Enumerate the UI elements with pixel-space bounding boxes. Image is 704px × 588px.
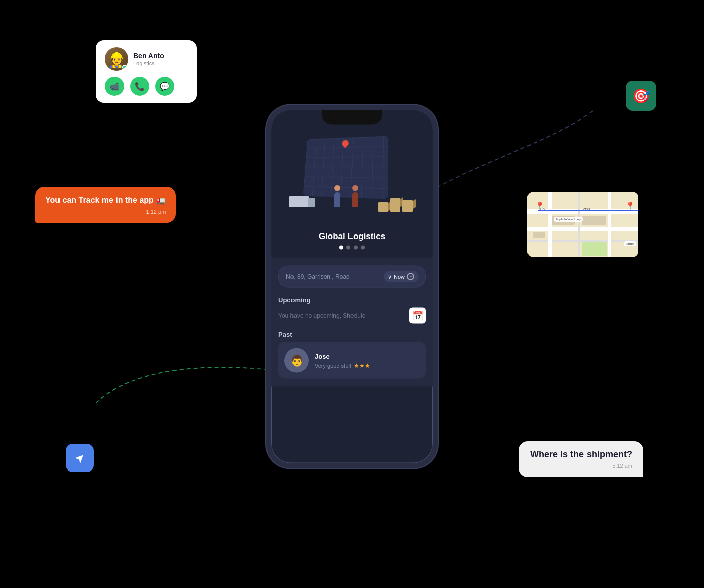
map-background: 📍 📍 Apple Infinite Loop Target 85 280 [527, 192, 638, 257]
contact-avatar: 👷 [105, 47, 128, 71]
iso-figure-1 [334, 185, 340, 207]
now-badge[interactable]: ∨ Now [384, 271, 418, 282]
contact-actions: 📹 📞 💬 [105, 77, 188, 96]
road-v3 [608, 192, 611, 257]
figure-head-1 [334, 185, 340, 191]
iso-figure-2 [352, 185, 358, 207]
chevron-down-icon: ∨ [388, 273, 392, 280]
past-avatar: 👨 [284, 348, 309, 373]
phone-content: Global Logistics No, 89, Garrison , Road… [271, 110, 433, 463]
past-info: Jose Very good stuff ★★★ [315, 352, 420, 369]
contact-name: Ben Anto [133, 52, 164, 60]
video-call-button[interactable]: 📹 [105, 77, 124, 96]
dot-4[interactable] [361, 246, 365, 250]
nav-icon-box[interactable]: ➤ [66, 444, 94, 472]
review-text: Very good stuff [315, 362, 351, 368]
iso-boxes [378, 198, 413, 212]
iso-panel-inner [303, 136, 389, 199]
dot-2[interactable] [346, 246, 350, 250]
rating-stars: ★★★ [354, 362, 370, 369]
grey-message-time: 5:12 am [530, 463, 632, 469]
contact-role: Logistics [133, 60, 164, 66]
truck-cab [308, 198, 315, 207]
figure-head-2 [352, 185, 358, 191]
clock-icon [407, 273, 414, 280]
address-bar[interactable]: No, 89, Garrison , Road ∨ Now [278, 266, 426, 288]
jose-avatar-emoji: 👨 [290, 354, 304, 367]
past-user-review: Very good stuff ★★★ [315, 362, 420, 369]
road-v1 [548, 192, 552, 257]
iso-box-2 [390, 198, 400, 212]
phone-hero: Global Logistics [271, 110, 433, 258]
dot-3[interactable] [354, 246, 358, 250]
upcoming-label: Upcoming [278, 296, 426, 304]
online-indicator [122, 65, 127, 70]
dot-1[interactable] [339, 246, 343, 250]
past-user-name: Jose [315, 352, 420, 360]
contact-card: 👷 Ben Anto Logistics 📹 📞 💬 [96, 40, 197, 103]
past-card[interactable]: 👨 Jose Very good stuff ★★★ [278, 342, 426, 379]
truck-body [289, 196, 309, 207]
iso-box-3 [402, 200, 413, 212]
contact-card-header: 👷 Ben Anto Logistics [105, 47, 188, 71]
map-green-1 [582, 242, 607, 256]
hero-illustration [271, 127, 433, 227]
navigation-arrow-icon: ➤ [71, 449, 88, 466]
iso-pin [341, 140, 350, 151]
contact-info: Ben Anto Logistics [133, 52, 164, 66]
iso-panel [303, 136, 389, 199]
calendar-icon: 📅 [409, 308, 426, 324]
map-pin-end: 📍 [627, 202, 633, 210]
no-upcoming-text: You have no upcoming, Shedule [278, 312, 365, 319]
map-block-2 [582, 216, 606, 225]
map-label-apple: Apple Infinite Loop [554, 217, 583, 222]
past-label: Past [278, 331, 426, 338]
orange-message-text: You can Track me in the app 🚛 [45, 195, 166, 206]
phone-frame: Global Logistics No, 89, Garrison , Road… [266, 105, 438, 468]
figure-body-2 [352, 192, 358, 207]
road-h2 [527, 227, 638, 231]
map-label-target: Target [624, 241, 636, 246]
message-button[interactable]: 💬 [155, 77, 174, 96]
address-text: No, 89, Garrison , Road [286, 273, 350, 280]
phone-lower: No, 89, Garrison , Road ∨ Now Upcoming Y… [271, 258, 433, 387]
phone-call-button[interactable]: 📞 [130, 77, 149, 96]
map-block-3 [533, 232, 545, 238]
map-route-line [538, 210, 638, 211]
road-v2 [578, 192, 580, 257]
map-card: 📍 📍 Apple Infinite Loop Target 85 280 [527, 192, 638, 257]
hero-dots [339, 246, 365, 250]
iso-scene [286, 132, 418, 222]
scene: Global Logistics No, 89, Garrison , Road… [0, 0, 704, 588]
upcoming-row: You have no upcoming, Shedule 📅 [278, 308, 426, 324]
iso-box-1 [378, 202, 388, 212]
hero-title: Global Logistics [319, 231, 385, 242]
message-bubble-grey: Where is the shipment? 5:12 am [519, 441, 643, 477]
figure-body-1 [334, 192, 340, 207]
orange-message-time: 1:12 pm [45, 209, 166, 215]
location-icon-box[interactable]: 🎯 [626, 81, 656, 111]
message-bubble-orange: You can Track me in the app 🚛 1:12 pm [35, 187, 176, 223]
location-icon: 🎯 [632, 88, 650, 104]
now-label: Now [394, 274, 405, 280]
iso-truck [289, 196, 309, 207]
grey-message-text: Where is the shipment? [530, 449, 632, 460]
